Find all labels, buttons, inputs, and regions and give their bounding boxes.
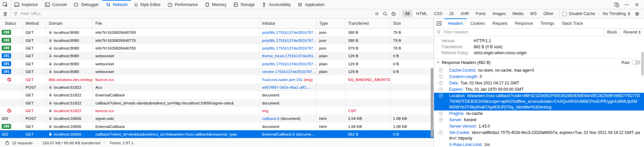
header-row[interactable]: Content-Length0 [434, 74, 644, 80]
initiator-link[interactable]: FaviconLoader.jsm:191 [262, 77, 303, 82]
header-row[interactable]: X-Rate-Limit-Limit1m [434, 142, 644, 147]
request-row-selected[interactable]: 302 GET localhost:33656 callback?client_… [0, 130, 434, 138]
details-tab-response[interactable]: Response [511, 18, 536, 28]
type-cell: plain [316, 68, 345, 75]
filter-headers-input[interactable] [443, 29, 530, 35]
filter-pill-all[interactable]: All [402, 10, 413, 17]
column-header-domain[interactable]: Domain [46, 18, 93, 28]
request-row[interactable]: 200 GET localhost:8080 info?t=1635826640… [0, 28, 434, 36]
filter-pill-xhr[interactable]: XHR [458, 10, 472, 17]
details-tab-timings[interactable]: Timings [536, 18, 558, 28]
header-help-icon[interactable] [439, 81, 443, 85]
request-row[interactable]: 101 GET localhost:8080 websocket theme_h… [0, 52, 434, 60]
request-row[interactable]: POST localhost:51822 Acs e957f897-042e-4… [0, 83, 434, 91]
column-header-initiator[interactable]: Initiator [259, 18, 316, 28]
block-button[interactable]: Block [604, 28, 620, 36]
column-header-file[interactable]: File [93, 18, 259, 28]
tab-inspector[interactable]: Inspector [11, 0, 41, 9]
tab-accessibility[interactable]: Accessibility [258, 0, 294, 9]
filter-pill-html[interactable]: HTML [413, 10, 430, 17]
tab-application[interactable]: Application [294, 0, 328, 9]
initiator-link[interactable]: vendor.1791b137de281b787… [262, 69, 316, 74]
request-row[interactable]: GET localhost:51822 ExternalCallback doc… [0, 91, 434, 99]
clear-requests-button[interactable] [0, 9, 11, 18]
column-header-size[interactable]: Size [390, 18, 434, 28]
tab-memory[interactable]: Memory [201, 0, 230, 9]
responsive-design-button[interactable] [612, 1, 621, 9]
twisty-expanded-icon[interactable]: ▼ [437, 61, 439, 64]
block-requests-icon[interactable] [391, 11, 396, 16]
header-row-selected[interactable]: Locationbitwarden://sso-callback?code=96… [434, 93, 644, 111]
initiator-link[interactable]: polyfills.1791b137de281b787… [262, 30, 316, 34]
header-help-icon[interactable] [439, 68, 443, 72]
meatball-menu-icon [624, 2, 630, 7]
request-row[interactable]: 302 POST localhost:33656 signin-oidc cal… [0, 115, 434, 122]
initiator-link[interactable]: theme_head.1791b137de281… [262, 54, 316, 58]
search-icon[interactable] [383, 11, 388, 16]
header-help-icon[interactable] [439, 94, 443, 98]
header-help-icon[interactable] [439, 75, 443, 79]
filter-pill-other[interactable]: Other [540, 10, 556, 17]
request-row[interactable]: 200 GET localhost:33656 ExternalCallback… [0, 123, 434, 130]
column-header-type[interactable]: Type [316, 18, 345, 28]
tab-storage[interactable]: Storage [230, 0, 258, 9]
tab-performance[interactable]: Performance [164, 0, 201, 9]
type-cell: plain [316, 60, 345, 68]
throttling-dropdown[interactable]: No Throttling [601, 11, 633, 16]
column-header-method[interactable]: Method [23, 18, 46, 28]
details-tab-headers[interactable]: Headers [444, 18, 467, 28]
column-header-transferred[interactable]: Transferred [345, 18, 390, 28]
tab-debugger[interactable]: Debugger [70, 0, 102, 9]
request-row[interactable]: 101 GET localhost:8080 websocket vendor.… [0, 68, 434, 75]
filter-pill-images[interactable]: Images [489, 10, 509, 17]
header-row[interactable]: Set-Cookieidsrv=adf6cba1-7075-402b-9ec3-… [434, 130, 644, 142]
request-row[interactable]: 200 GET localhost:8080 info?t=1635826640… [0, 36, 434, 44]
filter-pill-js[interactable]: JS [446, 10, 457, 17]
header-row[interactable]: Pragmano-cache [434, 111, 644, 117]
response-headers-section-header[interactable]: ▼ Response Headers (662 B) Raw [434, 59, 644, 67]
initiator-link[interactable]: callback:5 [262, 116, 280, 121]
details-tab-stack-trace[interactable]: Stack Trace [558, 18, 587, 28]
header-help-icon[interactable] [439, 118, 443, 122]
request-row-blocked[interactable]: GET localhost:51822 favicon.ico img CSP [0, 107, 434, 115]
request-row[interactable]: 200 GET localhost:8080 info?t=1635826640… [0, 44, 434, 52]
request-list-scrollbar[interactable] [431, 68, 433, 137]
meatball-menu-button[interactable] [622, 1, 631, 9]
raw-toggle[interactable] [632, 60, 641, 65]
header-row[interactable]: DateTue, 02 Nov 2021 04:17:21 GMT [434, 80, 644, 86]
request-row[interactable]: 101 GET localhost:8080 websocket polyfil… [0, 60, 434, 68]
details-panel-scrollbar[interactable] [641, 52, 644, 75]
header-row[interactable]: ServerKestrel [434, 117, 644, 123]
header-row[interactable]: ExpiresThu, 01 Jan 1970 00:00:00 GMT [434, 86, 644, 93]
header-help-icon[interactable] [439, 131, 443, 135]
header-help-icon[interactable] [439, 112, 443, 116]
header-row[interactable]: Cache-Controlno-store, no-cache, max-age… [434, 67, 644, 74]
filter-pill-media[interactable]: Media [509, 10, 526, 17]
close-devtools-button[interactable] [633, 1, 641, 9]
initiator-link[interactable]: polyfills.1791b137de281b787… [262, 38, 316, 43]
element-picker-button[interactable] [0, 0, 11, 9]
header-row[interactable]: Server-Version1.43.0 [434, 123, 644, 130]
initiator-link[interactable]: polyfills.1791b137de281b787… [262, 62, 316, 66]
request-row[interactable]: GET localhost:51822 callback?client_id=o… [0, 99, 434, 107]
initiator-link[interactable]: polyfills.1791b137de281b787… [262, 46, 316, 50]
network-settings-button[interactable] [633, 10, 641, 18]
filter-urls-input[interactable] [20, 11, 107, 16]
resend-button[interactable]: Resend [620, 28, 644, 36]
disable-cache-checkbox[interactable] [562, 12, 567, 16]
details-tab-cookies[interactable]: Cookies [467, 18, 488, 28]
details-tab-request[interactable]: Request [489, 18, 511, 28]
performance-analysis-icon[interactable] [5, 140, 10, 145]
initiator-link[interactable]: e957f897-042e-4ba1-aff1-… [262, 85, 311, 89]
filter-pill-css[interactable]: CSS [431, 10, 445, 17]
request-row-blocked[interactable]: GET 8bit-solutions-dev.onelogin.… favico… [0, 75, 434, 83]
filter-pill-fonts[interactable]: Fonts [473, 10, 489, 17]
tab-network[interactable]: Network [102, 0, 131, 9]
collapse-panel-button[interactable] [434, 18, 444, 28]
tab-console[interactable]: Console [41, 0, 70, 9]
tab-style-editor[interactable]: {} Style Editor [131, 0, 164, 9]
header-help-icon[interactable] [439, 87, 443, 91]
pause-traffic-icon[interactable] [375, 11, 379, 16]
column-header-status[interactable]: Status [0, 18, 23, 28]
filter-pill-ws[interactable]: WS [527, 10, 540, 17]
